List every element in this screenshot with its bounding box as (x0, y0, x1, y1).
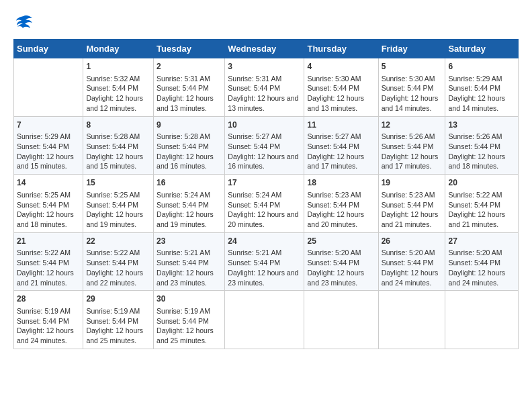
sunset-text: Sunset: 5:44 PM (86, 83, 150, 93)
day-number: 26 (382, 236, 443, 247)
daylight-text: Daylight: 12 hours and 25 minutes. (86, 326, 150, 345)
calendar-cell: 3Sunrise: 5:31 AMSunset: 5:44 PMDaylight… (225, 58, 304, 117)
daylight-text: Daylight: 12 hours and 14 minutes. (448, 93, 515, 113)
calendar-cell: 18Sunrise: 5:23 AMSunset: 5:44 PMDayligh… (304, 175, 378, 233)
sunset-text: Sunset: 5:44 PM (448, 200, 515, 210)
day-number: 14 (17, 177, 80, 189)
day-number: 25 (307, 236, 375, 247)
calendar-header-row: SundayMondayTuesdayWednesdayThursdayFrid… (14, 40, 519, 58)
calendar-week-row: 14Sunrise: 5:25 AMSunset: 5:44 PMDayligh… (14, 175, 519, 233)
sunrise-text: Sunrise: 5:23 AM (307, 190, 375, 200)
sunrise-text: Sunrise: 5:25 AM (17, 190, 80, 200)
day-number: 22 (86, 236, 150, 247)
calendar-week-row: 1Sunrise: 5:32 AMSunset: 5:44 PMDaylight… (14, 58, 519, 117)
calendar-table: SundayMondayTuesdayWednesdayThursdayFrid… (13, 39, 519, 349)
calendar-cell: 19Sunrise: 5:23 AMSunset: 5:44 PMDayligh… (378, 175, 445, 233)
daylight-text: Daylight: 12 hours and 19 minutes. (157, 210, 222, 229)
calendar-cell: 11Sunrise: 5:27 AMSunset: 5:44 PMDayligh… (304, 116, 378, 175)
logo (13, 13, 36, 32)
day-number: 8 (86, 120, 150, 131)
calendar-cell: 7Sunrise: 5:29 AMSunset: 5:44 PMDaylight… (14, 116, 83, 175)
daylight-text: Daylight: 12 hours and 18 minutes. (448, 152, 515, 171)
day-number: 28 (17, 293, 80, 305)
day-number: 7 (17, 120, 80, 131)
day-number: 4 (307, 61, 375, 73)
calendar-cell: 22Sunrise: 5:22 AMSunset: 5:44 PMDayligh… (83, 232, 154, 291)
sunset-text: Sunset: 5:44 PM (17, 142, 80, 152)
sunrise-text: Sunrise: 5:29 AM (17, 132, 80, 142)
daylight-text: Daylight: 12 hours and 15 minutes. (17, 152, 80, 171)
sunset-text: Sunset: 5:44 PM (17, 200, 80, 210)
daylight-text: Daylight: 12 hours and 22 minutes. (86, 268, 150, 287)
sunset-text: Sunset: 5:44 PM (157, 316, 222, 326)
calendar-cell: 1Sunrise: 5:32 AMSunset: 5:44 PMDaylight… (83, 58, 154, 117)
daylight-text: Daylight: 12 hours and 12 minutes. (86, 93, 150, 113)
sunset-text: Sunset: 5:44 PM (157, 258, 222, 268)
column-header-sunday: Sunday (14, 40, 83, 58)
calendar-cell: 8Sunrise: 5:28 AMSunset: 5:44 PMDaylight… (83, 116, 154, 175)
sunrise-text: Sunrise: 5:32 AM (86, 74, 150, 84)
daylight-text: Daylight: 12 hours and 18 minutes. (17, 210, 80, 229)
calendar-cell (445, 291, 519, 349)
calendar-cell: 6Sunrise: 5:29 AMSunset: 5:44 PMDaylight… (445, 58, 519, 117)
sunset-text: Sunset: 5:44 PM (382, 200, 443, 210)
sunset-text: Sunset: 5:44 PM (307, 142, 375, 152)
sunset-text: Sunset: 5:44 PM (17, 258, 80, 268)
sunset-text: Sunset: 5:44 PM (86, 200, 150, 210)
sunrise-text: Sunrise: 5:31 AM (228, 74, 301, 84)
sunrise-text: Sunrise: 5:25 AM (86, 190, 150, 200)
sunset-text: Sunset: 5:44 PM (86, 142, 150, 152)
sunset-text: Sunset: 5:44 PM (86, 316, 150, 326)
calendar-cell: 5Sunrise: 5:30 AMSunset: 5:44 PMDaylight… (378, 58, 445, 117)
calendar-cell: 15Sunrise: 5:25 AMSunset: 5:44 PMDayligh… (83, 175, 154, 233)
calendar-cell: 23Sunrise: 5:21 AMSunset: 5:44 PMDayligh… (154, 232, 225, 291)
calendar-week-row: 28Sunrise: 5:19 AMSunset: 5:44 PMDayligh… (14, 291, 519, 349)
calendar-cell (304, 291, 378, 349)
calendar-cell: 28Sunrise: 5:19 AMSunset: 5:44 PMDayligh… (14, 291, 83, 349)
daylight-text: Daylight: 12 hours and 21 minutes. (382, 210, 443, 229)
sunset-text: Sunset: 5:44 PM (228, 142, 301, 152)
calendar-cell: 20Sunrise: 5:22 AMSunset: 5:44 PMDayligh… (445, 175, 519, 233)
sunrise-text: Sunrise: 5:24 AM (228, 190, 301, 200)
sunset-text: Sunset: 5:44 PM (307, 83, 375, 93)
daylight-text: Daylight: 12 hours and 13 minutes. (157, 93, 222, 113)
sunrise-text: Sunrise: 5:20 AM (382, 248, 443, 258)
column-header-tuesday: Tuesday (154, 40, 225, 58)
sunset-text: Sunset: 5:44 PM (448, 142, 515, 152)
sunset-text: Sunset: 5:44 PM (448, 258, 515, 268)
day-number: 16 (157, 177, 222, 189)
day-number: 18 (307, 177, 375, 189)
day-number: 13 (448, 120, 515, 131)
sunrise-text: Sunrise: 5:19 AM (157, 306, 222, 316)
calendar-cell: 24Sunrise: 5:21 AMSunset: 5:44 PMDayligh… (225, 232, 304, 291)
sunrise-text: Sunrise: 5:19 AM (86, 306, 150, 316)
column-header-saturday: Saturday (445, 40, 519, 58)
sunset-text: Sunset: 5:44 PM (307, 200, 375, 210)
day-number: 11 (307, 120, 375, 131)
calendar-cell: 14Sunrise: 5:25 AMSunset: 5:44 PMDayligh… (14, 175, 83, 233)
day-number: 29 (86, 293, 150, 305)
daylight-text: Daylight: 12 hours and 13 minutes. (307, 93, 375, 113)
sunrise-text: Sunrise: 5:29 AM (448, 74, 515, 84)
column-header-monday: Monday (83, 40, 154, 58)
sunrise-text: Sunrise: 5:27 AM (228, 132, 301, 142)
daylight-text: Daylight: 12 hours and 16 minutes. (157, 152, 222, 171)
logo-icon (13, 13, 34, 32)
daylight-text: Daylight: 12 hours and 17 minutes. (307, 152, 375, 171)
sunrise-text: Sunrise: 5:28 AM (86, 132, 150, 142)
sunrise-text: Sunrise: 5:28 AM (157, 132, 222, 142)
sunrise-text: Sunrise: 5:31 AM (157, 74, 222, 84)
daylight-text: Daylight: 12 hours and 15 minutes. (86, 152, 150, 171)
calendar-cell: 2Sunrise: 5:31 AMSunset: 5:44 PMDaylight… (154, 58, 225, 117)
daylight-text: Daylight: 12 hours and 21 minutes. (17, 268, 80, 287)
sunset-text: Sunset: 5:44 PM (307, 258, 375, 268)
column-header-thursday: Thursday (304, 40, 378, 58)
calendar-cell: 13Sunrise: 5:26 AMSunset: 5:44 PMDayligh… (445, 116, 519, 175)
calendar-cell: 26Sunrise: 5:20 AMSunset: 5:44 PMDayligh… (378, 232, 445, 291)
day-number: 12 (382, 120, 443, 131)
calendar-cell: 27Sunrise: 5:20 AMSunset: 5:44 PMDayligh… (445, 232, 519, 291)
calendar-cell: 25Sunrise: 5:20 AMSunset: 5:44 PMDayligh… (304, 232, 378, 291)
calendar-cell: 12Sunrise: 5:26 AMSunset: 5:44 PMDayligh… (378, 116, 445, 175)
sunrise-text: Sunrise: 5:19 AM (17, 306, 80, 316)
daylight-text: Daylight: 12 hours and 17 minutes. (382, 152, 443, 171)
